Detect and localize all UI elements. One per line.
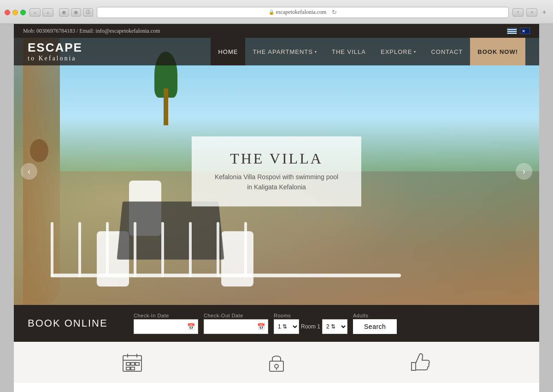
hero-description: Kefalonia Villa Rospovi with swimming po… — [215, 172, 338, 193]
uk-flag[interactable] — [520, 28, 530, 34]
rooms-label: Rooms — [274, 313, 347, 318]
checkout-calendar-icon: 📅 — [257, 323, 265, 331]
share-button[interactable]: ↑ — [512, 8, 524, 17]
checkout-label: Check-Out Date — [204, 313, 268, 318]
greek-flag[interactable] — [507, 28, 517, 34]
adults-field-group: Adults Search — [353, 313, 397, 334]
tree-trunk — [164, 88, 168, 125]
svg-rect-7 — [126, 367, 130, 370]
info-button[interactable]: ⓘ — [83, 8, 93, 17]
rooms-select[interactable]: 1 ⇅ 2 ⇅ 3 ⇅ — [274, 319, 299, 334]
svg-rect-6 — [135, 363, 139, 365]
rooms-select-wrap: 1 ⇅ 2 ⇅ 3 ⇅ Room 1 1 ⇅ 2 ⇅ 3 ⇅ — [274, 319, 347, 334]
nav-explore[interactable]: EXPLORE ▾ — [373, 38, 424, 65]
window-controls: ⊞ ⊞ ⓘ — [59, 8, 93, 17]
railing-post-8 — [244, 222, 247, 277]
browser-chrome: ‹ › ⊞ ⊞ ⓘ 🔒 escapetokefalonia.com ↻ ↑ + … — [0, 0, 553, 24]
navigation: ESCAPE to Kefalonia HOME THE APARTMENTS … — [14, 38, 539, 65]
nav-booknow[interactable]: BOOK NOW! — [470, 38, 525, 65]
close-button[interactable] — [5, 10, 10, 15]
railing-post-1 — [51, 222, 53, 277]
svg-rect-5 — [131, 363, 135, 365]
prev-slide-button[interactable]: ‹ — [21, 163, 37, 180]
url-text: escapetokefalonia.com — [276, 9, 327, 16]
room1-label: Room 1 — [301, 323, 320, 330]
adults-label: Adults — [353, 313, 397, 318]
railing-post-5 — [161, 222, 164, 277]
address-bar[interactable]: 🔒 escapetokefalonia.com ↻ — [97, 7, 509, 18]
checkin-field-group: Check-In Date 📅 — [134, 313, 198, 334]
logo-escape: ESCAPE — [28, 41, 82, 55]
railing-post-2 — [78, 222, 81, 277]
minimize-button[interactable] — [12, 10, 18, 15]
back-button[interactable]: ‹ — [29, 8, 41, 17]
fullscreen-button[interactable] — [20, 10, 26, 15]
checkout-input-wrap[interactable]: 📅 — [204, 319, 268, 334]
railing-post-7 — [217, 222, 219, 277]
dropdown-arrow-explore: ▾ — [414, 50, 416, 54]
dropdown-arrow-apartments: ▾ — [315, 50, 317, 54]
grid-button[interactable]: ⊞ — [71, 8, 81, 17]
checkin-calendar-icon: 📅 — [187, 323, 195, 331]
website: Mob: 00306976784183 / Email: info@escape… — [14, 24, 539, 392]
reload-icon[interactable]: ↻ — [332, 9, 337, 16]
svg-point-10 — [275, 364, 278, 368]
padlock-icon — [265, 351, 288, 374]
lock-feature-icon — [265, 351, 288, 374]
traffic-lights — [5, 10, 26, 15]
railing-horizontal — [51, 274, 401, 277]
booking-bar: BOOK ONLINE Check-In Date 📅 Check-Out Da… — [14, 305, 539, 342]
reading-list-button[interactable]: + — [526, 8, 537, 17]
top-bar: Mob: 00306976784183 / Email: info@escape… — [14, 24, 539, 38]
nav-buttons: ‹ › — [29, 8, 53, 17]
calendar-icon — [121, 351, 144, 374]
new-tab-button[interactable]: + — [540, 8, 548, 17]
language-flags — [507, 28, 530, 34]
balcony-railing — [51, 194, 401, 277]
rooms-field-group: Rooms 1 ⇅ 2 ⇅ 3 ⇅ Room 1 1 ⇅ 2 ⇅ 3 ⇅ — [274, 313, 347, 334]
ssl-lock-icon: 🔒 — [269, 10, 274, 15]
logo-tagline: to Kefalonia — [28, 55, 82, 63]
site-logo[interactable]: ESCAPE to Kefalonia — [28, 41, 82, 63]
nav-villa[interactable]: THE VILLA — [324, 38, 373, 65]
checkout-field-group: Check-Out Date 📅 — [204, 313, 268, 334]
railing-post-4 — [134, 222, 136, 277]
book-online-label: BOOK ONLINE — [28, 317, 120, 329]
railing-post-6 — [189, 222, 192, 277]
nav-contact[interactable]: CONTACT — [424, 38, 470, 65]
nav-links: HOME THE APARTMENTS ▾ THE VILLA EXPLORE … — [211, 38, 525, 65]
booking-fields: Check-In Date 📅 Check-Out Date 📅 Rooms 1… — [134, 313, 525, 334]
thumbsup-feature-icon — [409, 351, 432, 374]
search-button[interactable]: Search — [353, 319, 397, 334]
bottom-icons-section — [14, 342, 539, 383]
adults-select[interactable]: 1 ⇅ 2 ⇅ 3 ⇅ — [322, 319, 347, 334]
tab-view-button[interactable]: ⊞ — [59, 8, 69, 17]
hero-section: ‹ › THE VILLA Kefalonia Villa Rospovi wi… — [14, 38, 539, 305]
contact-info: Mob: 00306976784183 / Email: info@escape… — [23, 28, 160, 35]
calendar-feature-icon — [121, 351, 144, 374]
checkout-input[interactable] — [208, 323, 264, 330]
checkin-input-wrap[interactable]: 📅 — [134, 319, 198, 334]
hero-info-card: THE VILLA Kefalonia Villa Rospovi with s… — [192, 136, 361, 206]
checkin-input[interactable] — [138, 323, 194, 330]
checkin-label: Check-In Date — [134, 313, 198, 318]
thumbsup-icon — [409, 351, 432, 374]
nav-apartments[interactable]: THE APARTMENTS ▾ — [245, 38, 324, 65]
svg-rect-4 — [126, 363, 130, 365]
railing-post-3 — [106, 222, 109, 277]
nav-home[interactable]: HOME — [211, 38, 245, 65]
svg-rect-8 — [131, 367, 135, 370]
forward-button[interactable]: › — [42, 8, 53, 17]
toolbar-right: ↑ + + — [512, 8, 548, 17]
next-slide-button[interactable]: › — [516, 163, 532, 180]
hero-title: THE VILLA — [215, 150, 338, 167]
